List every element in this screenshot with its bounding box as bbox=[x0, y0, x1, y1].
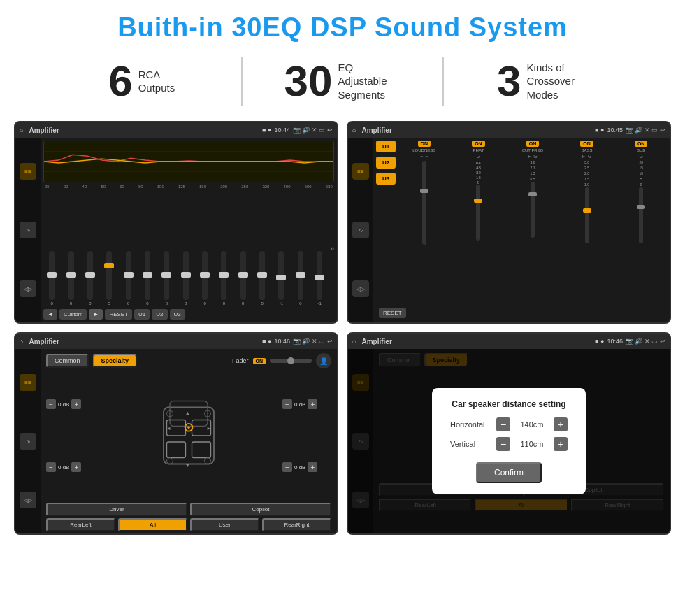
all-button[interactable]: All bbox=[118, 518, 187, 531]
reset-button-2[interactable]: RESET bbox=[379, 308, 406, 318]
preset-u1[interactable]: U1 bbox=[376, 141, 396, 152]
plus-rl[interactable]: + bbox=[71, 462, 81, 472]
slider-14[interactable]: 0 bbox=[292, 251, 309, 306]
bottom-buttons-2: RearLeft All User RearRight bbox=[46, 518, 331, 531]
minus-fr[interactable]: − bbox=[282, 399, 292, 409]
slider-2[interactable]: 0 bbox=[62, 251, 79, 306]
topbar-time-1: 10:44 bbox=[274, 127, 290, 134]
sidebar-wave-icon-3[interactable]: ∿ bbox=[20, 433, 36, 450]
preset-u2[interactable]: U2 bbox=[376, 157, 396, 169]
dialog-plus-h[interactable]: + bbox=[554, 417, 568, 431]
topbar-icons-2: 📷 🔊 ✕ ▭ ↩ bbox=[626, 127, 665, 134]
slider-3[interactable]: 0 bbox=[82, 251, 99, 306]
loudness-slider[interactable] bbox=[422, 161, 426, 245]
bass-slider[interactable] bbox=[585, 187, 589, 243]
sub-slider[interactable] bbox=[639, 187, 643, 243]
slider-1[interactable]: 0 bbox=[43, 251, 60, 306]
slider-11[interactable]: 0 bbox=[235, 251, 252, 306]
sidebar-vol-icon-2[interactable]: ◁▷ bbox=[352, 280, 369, 297]
prev-preset-button[interactable]: ◄ bbox=[43, 309, 57, 320]
rearright-button[interactable]: RearRight bbox=[262, 518, 331, 531]
preset-u3[interactable]: U3 bbox=[376, 173, 396, 185]
slider-5[interactable]: 0 bbox=[120, 251, 136, 306]
plus-fl[interactable]: + bbox=[71, 399, 81, 409]
dialog-row-vertical: Vertical − 110cm + bbox=[446, 437, 572, 451]
copilot-button[interactable]: Copilot bbox=[190, 503, 331, 516]
dialog-value-v: 110cm bbox=[514, 440, 549, 448]
home-icon-1[interactable]: ⌂ bbox=[20, 127, 23, 134]
svg-text:▼: ▼ bbox=[185, 462, 190, 468]
slider-val-13: -1 bbox=[280, 301, 283, 306]
sidebar-vol-icon-3[interactable]: ◁▷ bbox=[20, 492, 36, 508]
on-badge-sub[interactable]: ON bbox=[635, 141, 648, 147]
rearleft-button[interactable]: RearLeft bbox=[46, 518, 115, 531]
tab-common-3[interactable]: Common bbox=[46, 354, 89, 368]
db-control-rl: − 0 dB + bbox=[46, 462, 95, 472]
slider-10[interactable]: 0 bbox=[215, 251, 232, 306]
on-badge-cutfreq[interactable]: ON bbox=[526, 141, 540, 147]
slider-val-1: 0 bbox=[51, 301, 53, 306]
left-sidebar-1: ≡≡ ∿ ◁▷ bbox=[15, 138, 41, 322]
topbar-1: ⌂ Amplifier ■ ● 10:44 📷 🔊 ✕ ▭ ↩ bbox=[15, 122, 337, 138]
plus-fr[interactable]: + bbox=[308, 399, 317, 409]
expand-arrow[interactable]: » bbox=[330, 245, 334, 252]
minus-fl[interactable]: − bbox=[46, 399, 56, 409]
slider-13[interactable]: -1 bbox=[273, 251, 289, 306]
u3-button[interactable]: U3 bbox=[170, 309, 185, 320]
on-badge-phat[interactable]: ON bbox=[472, 141, 485, 147]
slider-val-14: 0 bbox=[299, 301, 301, 306]
dialog-minus-h[interactable]: − bbox=[496, 417, 510, 431]
confirm-button[interactable]: Confirm bbox=[476, 462, 542, 483]
reset-button-1[interactable]: RESET bbox=[105, 309, 132, 320]
phat-slider[interactable] bbox=[476, 185, 480, 241]
driver-button[interactable]: Driver bbox=[46, 503, 187, 516]
slider-6[interactable]: 0 bbox=[139, 251, 156, 306]
home-icon-4[interactable]: ⌂ bbox=[352, 338, 356, 345]
on-badge-bass[interactable]: ON bbox=[580, 141, 593, 147]
eq-main: 253240506380100125160200250320400500630 … bbox=[41, 138, 337, 322]
next-preset-button[interactable]: ► bbox=[89, 309, 103, 320]
dialog-plus-v[interactable]: + bbox=[554, 437, 568, 451]
slider-val-12: 0 bbox=[261, 301, 263, 306]
home-icon-3[interactable]: ⌂ bbox=[20, 338, 23, 345]
plus-rr[interactable]: + bbox=[308, 462, 317, 472]
slider-15[interactable]: -1 bbox=[311, 251, 328, 306]
screen3-main: Common Specialty Fader ON 👤 bbox=[41, 349, 337, 533]
topbar-dots-4: ■ ● bbox=[595, 338, 604, 345]
minus-rl[interactable]: − bbox=[46, 462, 56, 472]
fader-slider[interactable] bbox=[270, 359, 312, 363]
sidebar-eq-icon-2[interactable]: ≡≡ bbox=[352, 163, 369, 180]
sidebar-vol-icon[interactable]: ◁▷ bbox=[20, 280, 36, 297]
slider-8[interactable]: 0 bbox=[178, 251, 194, 306]
dialog-minus-v[interactable]: − bbox=[496, 437, 510, 451]
on-badge-loudness[interactable]: ON bbox=[418, 141, 431, 147]
topbar-time-3: 10:46 bbox=[274, 338, 290, 345]
home-icon-2[interactable]: ⌂ bbox=[352, 127, 356, 134]
screen-dialog: ⌂ Amplifier ■ ● 10:46 📷 🔊 ✕ ▭ ↩ ≡≡ ∿ ◁▷ … bbox=[347, 332, 671, 535]
slider-7[interactable]: 0 bbox=[158, 251, 175, 306]
sidebar-eq-icon-3[interactable]: ≡≡ bbox=[20, 374, 36, 391]
u1-button[interactable]: U1 bbox=[134, 309, 150, 320]
tab-specialty-3[interactable]: Specialty bbox=[93, 354, 138, 368]
preset-name-button[interactable]: Custom bbox=[59, 309, 87, 320]
slider-9[interactable]: 0 bbox=[196, 251, 213, 306]
module-loudness: ON LOUDNESS ~~ bbox=[398, 141, 450, 320]
u2-button[interactable]: U2 bbox=[152, 309, 167, 320]
minus-rr[interactable]: − bbox=[282, 462, 292, 472]
sidebar-wave-icon-2[interactable]: ∿ bbox=[352, 222, 369, 238]
cutfreq-slider[interactable] bbox=[531, 182, 535, 238]
sidebar-wave-icon[interactable]: ∿ bbox=[20, 222, 36, 238]
stat-label-rca: RCAOutputs bbox=[138, 68, 175, 95]
db-val-fr: 0 dB bbox=[294, 401, 305, 408]
slider-12[interactable]: 0 bbox=[254, 251, 271, 306]
slider-val-5: 0 bbox=[127, 301, 129, 306]
slider-val-11: 0 bbox=[242, 301, 244, 306]
stat-number-eq: 30 bbox=[284, 59, 333, 103]
slider-4[interactable]: 5 bbox=[101, 251, 117, 306]
slider-val-6: 0 bbox=[146, 301, 148, 306]
sidebar-eq-icon[interactable]: ≡≡ bbox=[20, 163, 36, 180]
user-button[interactable]: User bbox=[190, 518, 259, 531]
topbar-title-4: Amplifier bbox=[361, 338, 592, 345]
topbar-time-2: 10:45 bbox=[607, 127, 623, 134]
user-icon[interactable]: 👤 bbox=[316, 353, 331, 368]
